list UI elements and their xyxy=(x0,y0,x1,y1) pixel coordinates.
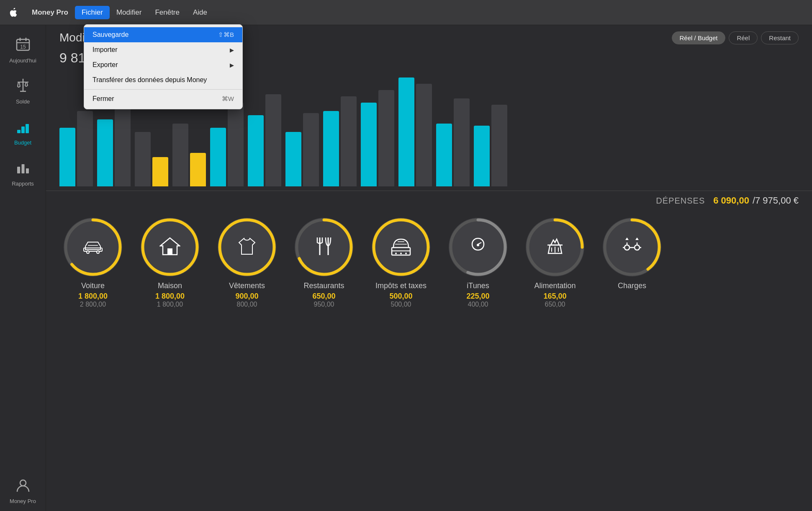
bar-dark-1 xyxy=(115,103,131,186)
dropdown-item-fermer[interactable]: Fermer ⌘W xyxy=(84,91,242,106)
dropdown-shortcut-fermer: ⌘W xyxy=(222,95,234,103)
app-name-menu[interactable]: Money Pro xyxy=(25,6,75,19)
bar-yellow-2 xyxy=(152,157,168,186)
ring-5 xyxy=(449,218,507,276)
circle-wrapper-4 xyxy=(372,218,430,276)
svg-point-41 xyxy=(374,220,428,274)
bar-cyan-8 xyxy=(361,103,377,186)
bar-group-4 xyxy=(210,103,244,186)
view-btn-restant[interactable]: Restant xyxy=(761,31,799,44)
bar-dark-6 xyxy=(303,113,319,186)
dropdown-item-transferer[interactable]: Transférer des données depuis Money xyxy=(84,72,242,88)
bar-group-6 xyxy=(285,113,319,186)
category-name-1: Maison xyxy=(158,281,182,290)
svg-rect-12 xyxy=(21,164,24,173)
svg-rect-8 xyxy=(17,130,21,133)
bar-dark-5 xyxy=(265,94,281,186)
category-item-voiture[interactable]: Voiture1 800,002 800,00 xyxy=(59,218,126,308)
bar-dark-10 xyxy=(454,98,470,186)
category-name-0: Voiture xyxy=(81,281,105,290)
category-item-itunes[interactable]: iTunes225,00400,00 xyxy=(445,218,511,308)
bar-cyan-9 xyxy=(398,77,414,186)
category-budget-5: 400,00 xyxy=(468,301,488,308)
budget-icon xyxy=(15,118,31,137)
bar-cyan-0 xyxy=(59,128,75,186)
menu-modifier[interactable]: Modifier xyxy=(110,6,148,19)
circle-wrapper-1 xyxy=(141,218,199,276)
ring-7 xyxy=(603,218,661,276)
sidebar-item-budget[interactable]: Budget xyxy=(0,111,46,152)
circle-wrapper-3 xyxy=(295,218,353,276)
bar-group-9 xyxy=(398,77,432,186)
dropdown-item-exporter[interactable]: Exporter ▶ xyxy=(84,57,242,72)
apple-menu[interactable] xyxy=(5,4,22,21)
balance-icon xyxy=(15,77,31,96)
view-btn-reel[interactable]: Réel xyxy=(729,31,758,44)
sidebar-label-moneypro: Money Pro xyxy=(10,498,36,504)
bar-dark-8 xyxy=(378,90,394,186)
sidebar-item-moneypro[interactable]: Money Pro xyxy=(0,471,46,511)
category-item-restaurants[interactable]: Restaurants650,00950,00 xyxy=(290,218,357,308)
menu-fichier[interactable]: Fichier xyxy=(75,6,110,19)
bar-dark-9 xyxy=(416,84,432,186)
depenses-summary: DÉPENSES 6 090,00 / 7 975,00 € xyxy=(46,191,812,206)
view-btn-reel-budget[interactable]: Réel / Budget xyxy=(672,31,726,44)
bar-group-10 xyxy=(436,98,470,186)
bar-yellow-3 xyxy=(190,153,206,186)
menu-aide[interactable]: Aide xyxy=(186,6,214,19)
bar-cyan-6 xyxy=(285,132,301,186)
bar-group-7 xyxy=(323,96,357,186)
circle-wrapper-2 xyxy=(218,218,276,276)
sidebar-item-rapports[interactable]: Rapports xyxy=(0,152,46,194)
bar-dark-3 xyxy=(172,124,188,186)
depenses-amount: 6 090,00 xyxy=(713,195,749,206)
dropdown-menu: Sauvegarde ⇧⌘B Importer ▶ Exporter ▶ Tra… xyxy=(84,24,243,109)
circle-wrapper-6 xyxy=(526,218,584,276)
bar-dark-4 xyxy=(228,103,244,186)
category-item-impôts-et-taxes[interactable]: Impôts et taxes500,00500,00 xyxy=(367,218,434,308)
category-amount-3: 650,00 xyxy=(312,292,335,301)
svg-point-25 xyxy=(143,220,197,274)
circle-wrapper-0 xyxy=(64,218,122,276)
dropdown-label-importer: Importer xyxy=(93,46,118,54)
category-item-alimentation[interactable]: Alimentation165,00650,00 xyxy=(522,218,588,308)
circle-wrapper-7 xyxy=(603,218,661,276)
category-item-vêtements[interactable]: Vêtements900,00800,00 xyxy=(213,218,280,308)
category-budget-6: 650,00 xyxy=(545,301,565,308)
svg-rect-11 xyxy=(17,167,20,173)
dropdown-item-importer[interactable]: Importer ▶ xyxy=(84,42,242,57)
bar-group-2 xyxy=(135,132,168,186)
bar-dark-7 xyxy=(341,96,357,186)
sidebar-label-today: Aujourd'hui xyxy=(9,57,36,64)
bar-dark-2 xyxy=(135,132,151,186)
ring-3 xyxy=(295,218,353,276)
sidebar-item-solde[interactable]: Solde xyxy=(0,70,46,111)
dropdown-label-sauvegarde: Sauvegarde xyxy=(93,31,128,39)
menubar: Money Pro Fichier Modifier Fenêtre Aide xyxy=(0,0,812,25)
svg-point-27 xyxy=(220,220,274,274)
dropdown-item-sauvegarde[interactable]: Sauvegarde ⇧⌘B xyxy=(84,27,242,42)
svg-rect-13 xyxy=(26,168,29,173)
depenses-budget: 7 975,00 € xyxy=(755,195,799,206)
bar-dark-11 xyxy=(491,105,507,186)
category-item-maison[interactable]: Maison1 800,001 800,00 xyxy=(136,218,203,308)
dropdown-divider xyxy=(84,89,242,90)
categories-grid: Voiture1 800,002 800,00 Maison1 800,001 … xyxy=(46,206,812,320)
category-amount-1: 1 800,00 xyxy=(155,292,185,301)
category-budget-0: 2 800,00 xyxy=(80,301,106,308)
calendar-icon: 15 xyxy=(15,36,31,55)
arrow-icon-exporter: ▶ xyxy=(230,62,234,68)
category-amount-2: 900,00 xyxy=(235,292,258,301)
user-icon xyxy=(15,477,31,496)
ring-2 xyxy=(218,218,276,276)
bar-cyan-7 xyxy=(323,111,339,186)
bar-cyan-5 xyxy=(248,115,264,186)
ring-1 xyxy=(141,218,199,276)
category-name-2: Vêtements xyxy=(229,281,265,290)
sidebar-item-today[interactable]: 15 Aujourd'hui xyxy=(0,29,46,70)
category-item-charges[interactable]: Charges xyxy=(599,218,666,308)
bar-group-5 xyxy=(248,94,281,186)
menu-fenetre[interactable]: Fenêtre xyxy=(148,6,186,19)
svg-point-14 xyxy=(20,480,26,486)
category-name-4: Impôts et taxes xyxy=(375,281,427,290)
